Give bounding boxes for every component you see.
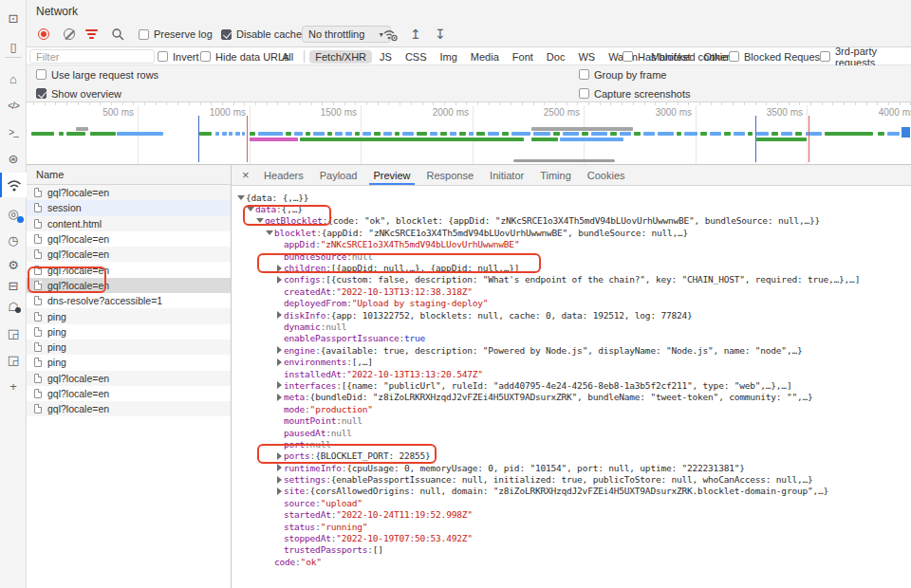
tree-row[interactable]: children: [{appDid: null,…}, {appDid: nu… [232, 262, 911, 273]
tree-row[interactable]: trustedPassports: [] [232, 544, 911, 556]
tab-response[interactable]: Response [418, 165, 482, 185]
tree-row[interactable]: mountPoint: null [232, 414, 911, 426]
collapsed-arrow-icon[interactable] [274, 476, 284, 484]
puzzle-icon[interactable]: ◲ [0, 321, 27, 345]
request-row[interactable]: session [27, 200, 231, 215]
type-filter-doc[interactable]: Doc [541, 50, 571, 64]
search-button[interactable] [111, 21, 124, 47]
show-overview-checkbox[interactable]: Show overview [36, 84, 121, 102]
group-by-frame-checkbox[interactable]: Group by frame [579, 65, 666, 83]
puzzle-icon[interactable]: ◲ [0, 347, 27, 372]
type-filter-fetch-xhr[interactable]: Fetch/XHR [309, 50, 372, 64]
has-blocked-cookies-checkbox[interactable]: Has blocked cookies [623, 47, 734, 65]
collapsed-arrow-icon[interactable] [274, 394, 284, 401]
tree-row[interactable]: mode: "production" [232, 403, 911, 414]
request-row[interactable]: ping [27, 355, 231, 370]
tree-row[interactable]: status: "running" [232, 521, 911, 532]
network-conditions-button[interactable] [382, 21, 399, 47]
request-row[interactable]: ping [27, 324, 231, 340]
tree-row[interactable]: settings: {enablePassportIssuance: null,… [232, 473, 911, 485]
device-toolbar-icon[interactable]: ▯ [0, 34, 27, 59]
request-row[interactable]: gql?locale=en [27, 278, 231, 293]
collapsed-arrow-icon[interactable] [274, 464, 284, 471]
tree-row[interactable]: site: {corsAllowedOrigins: null, domain:… [232, 486, 911, 497]
record-button[interactable] [38, 21, 49, 47]
tree-row[interactable]: meta: {bundleDid: "z8iZoLRKRXHzqdJ2vFZEi… [232, 392, 911, 403]
request-row[interactable]: gql?locale=en [27, 371, 231, 386]
home-icon[interactable]: ⌂ [0, 66, 27, 91]
throttling-select[interactable]: No throttling ▼ [302, 21, 391, 47]
clear-button[interactable] [64, 21, 75, 47]
tree-row[interactable]: configs: [{custom: false, description: "… [232, 274, 911, 285]
request-row[interactable]: gql?locale=en [27, 247, 231, 262]
tree-row[interactable]: source: "upload" [232, 497, 911, 508]
collapsed-arrow-icon[interactable] [274, 346, 284, 354]
preserve-log-checkbox[interactable]: Preserve log [139, 21, 213, 47]
tree-row[interactable]: getBlocklet: {code: "ok", blocklet: {app… [232, 215, 911, 227]
blocked-requests-checkbox[interactable]: Blocked Requests [729, 47, 828, 65]
tree-row[interactable]: environments: [,…] [232, 356, 911, 367]
tree-row[interactable]: runtimeInfo: {cpuUsage: 0, memoryUsage: … [232, 462, 911, 473]
third-party-requests-checkbox[interactable]: 3rd-party requests [820, 47, 911, 65]
collapsed-arrow-icon[interactable] [274, 452, 284, 460]
filter-input[interactable] [29, 49, 155, 64]
request-row[interactable]: ping [27, 308, 231, 323]
collapsed-arrow-icon[interactable] [274, 311, 284, 319]
tab-preview[interactable]: Preview [365, 165, 418, 185]
network-overview-timeline[interactable]: 500 ms1000 ms1500 ms2000 ms2500 ms3000 m… [0, 102, 911, 165]
expanded-arrow-icon[interactable] [246, 207, 255, 211]
tree-row[interactable]: enablePassportIssuance: true [232, 333, 911, 344]
tree-row[interactable]: diskInfo: {app: 101322752, blocklets: nu… [232, 309, 911, 321]
screencast-icon[interactable]: ⊡ [0, 6, 27, 30]
tree-row[interactable]: blocklet: {appDid: "zNKcSRCE1o3X4Th5mdV9… [232, 227, 911, 238]
tree-row[interactable]: code: "ok" [232, 556, 911, 567]
collapsed-arrow-icon[interactable] [274, 358, 284, 366]
type-filter-css[interactable]: CSS [400, 50, 433, 64]
tree-row[interactable]: data: {,…} [232, 203, 911, 214]
tree-row[interactable]: ports: {BLOCKLET_PORT: 22855} [232, 450, 911, 462]
tree-row[interactable]: engine: {available: true, description: "… [232, 344, 911, 356]
overview-scrubber[interactable] [513, 159, 615, 162]
collapsed-arrow-icon[interactable] [274, 265, 284, 272]
tree-row[interactable]: stoppedAt: "2022-10-19T07:50:53.492Z" [232, 532, 911, 543]
type-filter-media[interactable]: Media [465, 50, 505, 64]
export-har-button[interactable]: ↧ [435, 21, 446, 47]
disable-cache-checkbox[interactable]: Disable cache [221, 21, 302, 47]
gauge-icon[interactable]: ◷ [0, 228, 27, 252]
request-row[interactable]: gql?locale=en [27, 185, 231, 200]
tree-row[interactable]: createdAt: "2022-10-13T13:12:38.318Z" [232, 285, 911, 297]
type-filter-all[interactable]: All [276, 50, 299, 64]
request-row[interactable]: gql?locale=en [27, 401, 231, 416]
add-icon[interactable]: + [0, 374, 27, 398]
expanded-arrow-icon[interactable] [255, 218, 265, 223]
type-filter-js[interactable]: JS [374, 50, 398, 64]
bug-icon[interactable]: ⊛ [0, 146, 27, 171]
tab-initiator[interactable]: Initiator [482, 165, 532, 185]
request-row[interactable]: gql?locale=en [27, 262, 231, 277]
tree-row[interactable]: appDid: "zNKcSRCE1o3X4Th5mdV94bLUovUrhUw… [232, 239, 911, 250]
tree-row[interactable]: dynamic: null [232, 321, 911, 332]
type-filter-img[interactable]: Img [435, 50, 463, 64]
tab-payload[interactable]: Payload [311, 165, 365, 185]
terminal-icon[interactable]: >_ [0, 119, 27, 144]
request-list-header[interactable]: Name [27, 165, 231, 185]
expanded-arrow-icon[interactable] [265, 230, 274, 235]
tree-row[interactable]: deployedFrom: "Upload by staging-deploy" [232, 298, 911, 309]
tab-timing[interactable]: Timing [532, 165, 580, 185]
tab-cookies[interactable]: Cookies [579, 165, 633, 185]
collapsed-arrow-icon[interactable] [274, 487, 284, 495]
request-row[interactable]: content.html [27, 216, 231, 231]
tree-row[interactable]: startedAt: "2022-10-24T11:19:52.998Z" [232, 509, 911, 521]
collapsed-arrow-icon[interactable] [274, 381, 284, 389]
tab-headers[interactable]: Headers [256, 165, 312, 185]
network-wifi-icon[interactable] [0, 173, 27, 197]
type-filter-ws[interactable]: WS [572, 50, 601, 64]
use-large-request-rows-checkbox[interactable]: Use large request rows [36, 65, 158, 83]
tree-row[interactable]: interfaces: [{name: "publicUrl", ruleId:… [232, 379, 911, 391]
tree-row[interactable]: installedAt: "2022-10-13T13:13:20.547Z" [232, 368, 911, 379]
request-row[interactable]: ping [27, 340, 231, 355]
lightbulb-icon[interactable]: ◎ [0, 201, 27, 226]
invert-checkbox[interactable]: Invert [158, 47, 199, 65]
tree-row[interactable]: port: null [232, 438, 911, 450]
collapsed-arrow-icon[interactable] [274, 276, 284, 284]
